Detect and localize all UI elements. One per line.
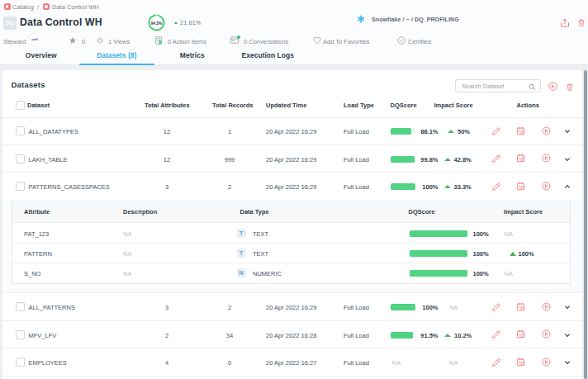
svg-text:94.3%: 94.3% [150,21,162,26]
